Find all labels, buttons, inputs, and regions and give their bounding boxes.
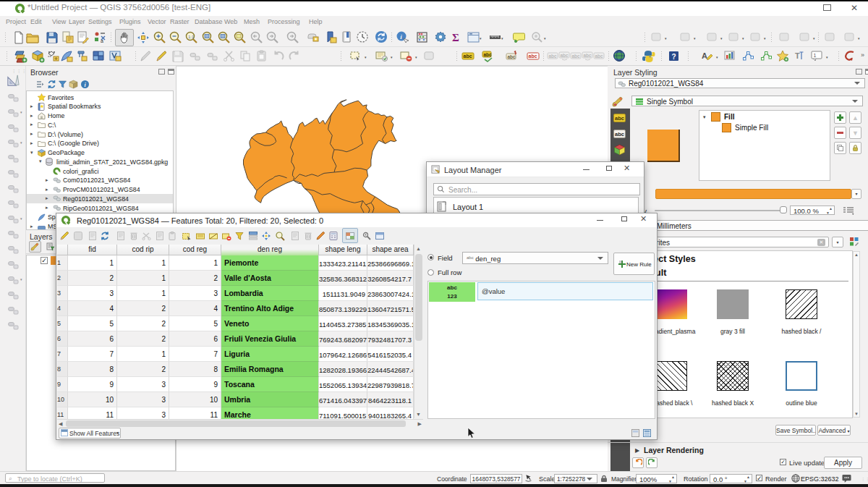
svg-text:abc: abc (595, 54, 604, 59)
svg-text:abc: abc (484, 52, 493, 57)
svg-text:abc: abc (508, 54, 516, 59)
svg-text:A: A (702, 51, 707, 60)
svg-text:abc: abc (464, 54, 472, 59)
svg-text:T: T (795, 51, 800, 60)
svg-text:?: ? (672, 53, 676, 61)
svg-text:1:1: 1:1 (188, 35, 195, 39)
svg-text:abc: abc (584, 53, 592, 58)
svg-text:a: a (101, 38, 103, 43)
svg-text:1: 1 (814, 53, 817, 58)
svg-text:abc: abc (561, 53, 569, 58)
svg-text:abc: abc (529, 54, 537, 59)
svg-text:Σ: Σ (452, 32, 459, 43)
svg-text:abc: abc (572, 54, 581, 59)
svg-text:°°: °° (48, 55, 51, 59)
svg-text:abc: abc (549, 54, 558, 59)
